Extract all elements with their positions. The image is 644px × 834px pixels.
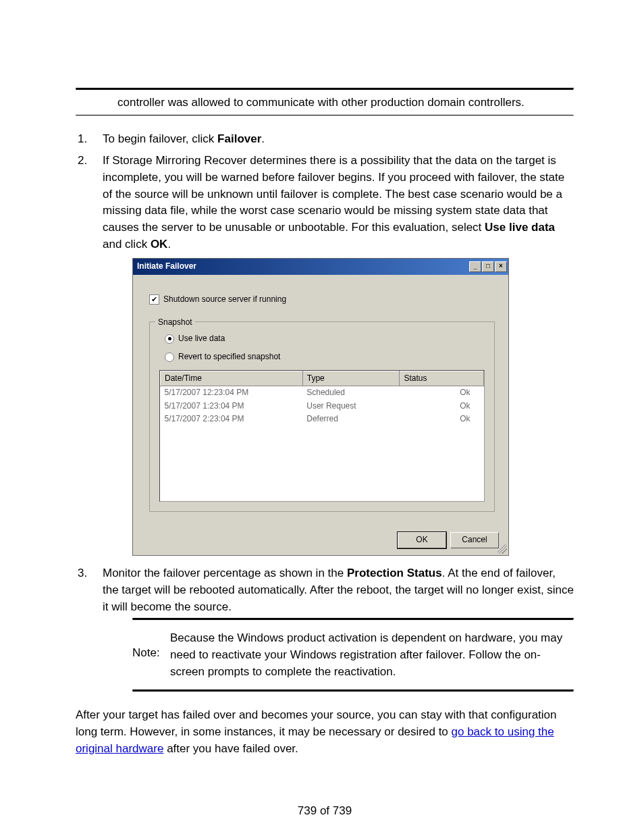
table-row[interactable]: 5/17/2007 1:23:04 PM User Request Ok — [161, 400, 484, 413]
ok-button[interactable]: OK — [398, 532, 446, 548]
close-button[interactable]: × — [495, 261, 507, 272]
shutdown-label: Shutdown source server if running — [163, 294, 286, 305]
snapshot-table: Date/Time Type Status 5/17/2007 12:23:04… — [159, 370, 485, 502]
revert-snapshot-label: Revert to specified snapshot — [178, 351, 280, 363]
revert-snapshot-radio[interactable] — [165, 353, 174, 362]
col-type[interactable]: Type — [302, 371, 400, 386]
intro-bottom-rule — [76, 115, 574, 116]
note-label: Note: — [132, 630, 170, 662]
minimize-button[interactable]: _ — [469, 261, 481, 272]
step-3: Monitor the failover percentage as shown… — [90, 565, 574, 692]
snapshot-fieldset: Snapshot Use live data Revert to specifi… — [149, 321, 495, 512]
step-1: To begin failover, click Failover. — [90, 131, 574, 148]
note-bottom-rule — [132, 689, 574, 692]
initiate-failover-dialog: Initiate Failover _ □ × ✔ Shutdown sourc… — [132, 258, 509, 556]
maximize-button[interactable]: □ — [482, 261, 494, 272]
intro-text: controller was allowed to communicate wi… — [117, 96, 525, 109]
shutdown-checkbox[interactable]: ✔ — [149, 294, 159, 305]
snapshot-legend: Snapshot — [155, 317, 195, 328]
table-row[interactable]: 5/17/2007 12:23:04 PM Scheduled Ok — [161, 386, 484, 400]
resize-grip-icon[interactable] — [498, 544, 507, 554]
dialog-titlebar[interactable]: Initiate Failover _ □ × — [133, 259, 508, 274]
page-number: 739 of 739 — [76, 804, 574, 818]
note-text: Because the Windows product activation i… — [170, 630, 574, 680]
table-row[interactable]: 5/17/2007 2:23:04 PM Deferred Ok — [161, 413, 484, 425]
dialog-title: Initiate Failover — [137, 261, 196, 272]
use-live-data-radio[interactable] — [165, 334, 174, 344]
closing-paragraph: After your target has failed over and be… — [76, 707, 574, 757]
col-status[interactable]: Status — [400, 371, 484, 386]
cancel-button[interactable]: Cancel — [450, 532, 499, 548]
use-live-data-label: Use live data — [178, 333, 225, 344]
col-datetime[interactable]: Date/Time — [161, 371, 303, 386]
step-2: If Storage Mirroring Recover determines … — [90, 153, 574, 556]
